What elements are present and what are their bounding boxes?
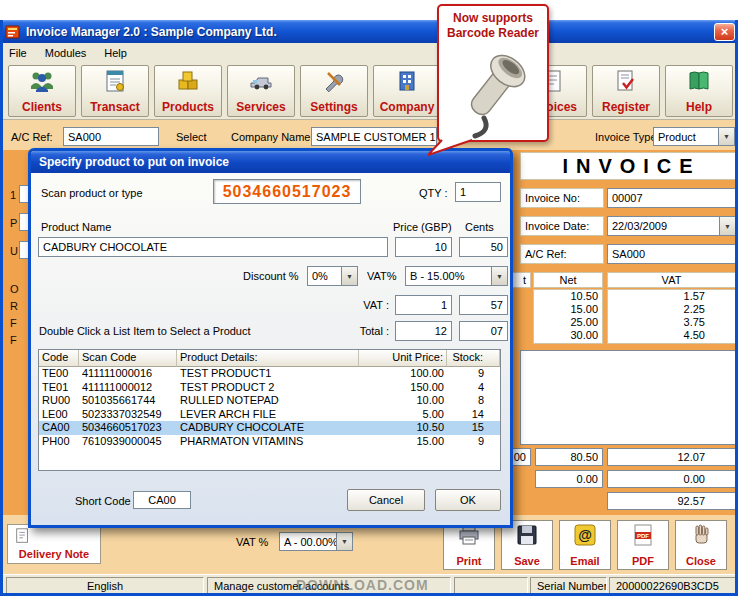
- vat-pounds-input[interactable]: 1: [395, 295, 452, 315]
- label-fragment: F: [10, 334, 17, 346]
- email-label: Email: [570, 555, 599, 567]
- price-label: Price (GBP): [393, 221, 452, 233]
- callout-line1: Now supports: [439, 11, 547, 25]
- cents-input[interactable]: 50: [459, 237, 508, 257]
- col-header-price[interactable]: Unit Price:: [359, 350, 447, 367]
- vat-bottom-label: VAT %: [236, 536, 268, 548]
- close-window-button[interactable]: ×: [714, 23, 735, 41]
- discount-label: Discount %: [243, 270, 299, 282]
- invoice-no-input[interactable]: 00007: [607, 188, 736, 208]
- callout-tail: [428, 139, 474, 156]
- email-button[interactable]: @ Email: [559, 520, 611, 570]
- status-message-panel: Manage customer accounts: [207, 577, 451, 595]
- toolbar-label-hidden: Company: [380, 100, 435, 114]
- total-pence-input[interactable]: 07: [459, 321, 508, 341]
- net-value: 25.00: [534, 316, 602, 329]
- toolbar-label-settings: Settings: [310, 100, 357, 114]
- toolbar-label-clients: Clients: [22, 100, 62, 114]
- invoice-items-listbox[interactable]: [520, 350, 736, 445]
- select-button[interactable]: Select: [176, 131, 207, 143]
- svg-text:@: @: [578, 527, 592, 543]
- chevron-down-icon: ▼: [719, 217, 735, 235]
- discount-combo[interactable]: 0% ▼: [307, 266, 358, 286]
- toolbar-label-register: Register: [602, 100, 650, 114]
- product-row[interactable]: TE01411111000012 TEST PRODUCT 2150.00 4: [39, 381, 500, 395]
- invoice-ac-ref-label: A/C Ref:: [520, 244, 604, 264]
- toolbar-button-register[interactable]: Register: [592, 65, 660, 117]
- toolbar-button-settings[interactable]: Settings: [300, 65, 368, 117]
- toolbar-button-products[interactable]: Products: [154, 65, 222, 117]
- close-button[interactable]: Close: [675, 520, 727, 570]
- product-list: Code Scan Code Product Details: Unit Pri…: [38, 349, 501, 471]
- col-header-code[interactable]: Code: [39, 350, 79, 367]
- barcode-scanner-image: [445, 40, 541, 140]
- serial-value-panel: 20000022690B3CD5: [609, 577, 737, 595]
- product-row[interactable]: LE005023337032549 LEVER ARCH FILE5.00 14: [39, 408, 500, 422]
- vat-total-2: 0.00: [607, 470, 736, 488]
- label-fragment: P: [10, 217, 17, 229]
- menu-file[interactable]: File: [9, 47, 27, 59]
- menu-modules[interactable]: Modules: [45, 47, 87, 59]
- toolbar-button-clients[interactable]: Clients: [8, 65, 76, 117]
- toolbar-button-transact[interactable]: Transact: [81, 65, 149, 117]
- ok-button[interactable]: OK: [435, 489, 501, 511]
- col-header-details[interactable]: Product Details:: [177, 350, 359, 367]
- col-header-scan[interactable]: Scan Code: [79, 350, 177, 367]
- invoice-date-combo[interactable]: 22/03/2009 ▼: [607, 216, 736, 236]
- invoice-type-combo[interactable]: Product ▼: [653, 127, 735, 146]
- print-label: Print: [456, 555, 481, 567]
- invoice-ac-ref-input[interactable]: SA000: [607, 244, 736, 264]
- vat-bottom-combo[interactable]: A - 00.00% ▼: [279, 532, 353, 551]
- serial-label-panel: Serial Number: [530, 577, 607, 595]
- pdf-button[interactable]: PDF PDF: [617, 520, 669, 570]
- product-row[interactable]: PH007610939000045 PHARMATON VITAMINS15.0…: [39, 435, 500, 449]
- scan-input[interactable]: 5034660517023: [213, 179, 361, 204]
- barcode-callout: Now supports Barcode Reader: [437, 4, 549, 142]
- menu-help[interactable]: Help: [104, 47, 127, 59]
- col-header-stock[interactable]: Stock:: [447, 350, 500, 367]
- ac-ref-input[interactable]: SA000: [63, 127, 159, 146]
- total-pounds-input[interactable]: 12: [395, 321, 452, 341]
- total-label: Total :: [327, 325, 389, 337]
- short-code-input[interactable]: CA00: [133, 491, 191, 509]
- delivery-note-label: Delivery Note: [19, 548, 89, 560]
- net-total: 80.50: [535, 448, 603, 466]
- vat-pct-label: VAT%: [367, 270, 397, 282]
- short-code-label: Short Code: [75, 495, 131, 507]
- cancel-button[interactable]: Cancel: [347, 489, 425, 511]
- services-icon: [249, 69, 273, 93]
- settings-icon: [322, 69, 346, 93]
- qty-input[interactable]: 1: [455, 182, 501, 202]
- discount-value: 0%: [308, 267, 341, 285]
- price-input[interactable]: 10: [395, 237, 452, 257]
- toolbar-button-company[interactable]: Company: [373, 65, 441, 117]
- vat-pct-value: B - 15.00%: [406, 267, 491, 285]
- chevron-down-icon: ▼: [718, 128, 734, 145]
- vat-pence-input[interactable]: 57: [459, 295, 508, 315]
- delivery-note-button[interactable]: Delivery Note: [7, 524, 101, 564]
- company-name-input[interactable]: SAMPLE CUSTOMER 1: [311, 127, 437, 146]
- toolbar: Clients Transact Products: [3, 62, 735, 120]
- app-screen: Invoice Manager 2.0 : Sample Company Ltd…: [0, 0, 738, 596]
- register-icon: [614, 69, 638, 93]
- label-fragment: U: [10, 245, 18, 257]
- toolbar-button-services[interactable]: Services: [227, 65, 295, 117]
- ac-ref-label: A/C Ref:: [11, 131, 53, 143]
- vat-column-header: VAT: [607, 272, 736, 288]
- clients-icon: [29, 69, 55, 93]
- label-fragment: F: [10, 317, 17, 329]
- toolbar-button-help[interactable]: Help: [665, 65, 733, 117]
- dialog-body: Scan product or type 5034660517023 QTY :…: [31, 173, 510, 525]
- hand-icon: [689, 523, 713, 547]
- product-row[interactable]: RU00501035661744 RULLED NOTEPAD10.00 8: [39, 394, 500, 408]
- product-row-selected[interactable]: CA005034660517023 CADBURY CHOCOLATE10.50…: [39, 421, 500, 435]
- invoice-no-label: Invoice No:: [520, 188, 604, 208]
- product-row[interactable]: TE00411111000016 TEST PRODUCT1100.00 9: [39, 367, 500, 381]
- product-name-input[interactable]: CADBURY CHOCOLATE: [38, 237, 388, 257]
- qty-label: QTY :: [419, 187, 448, 199]
- help-book-icon: [687, 69, 711, 93]
- empty-status-panel: [454, 577, 528, 595]
- net-value: 30.00: [534, 329, 602, 342]
- vat-pct-combo[interactable]: B - 15.00% ▼: [405, 266, 508, 286]
- title-bar: Invoice Manager 2.0 : Sample Company Ltd…: [0, 20, 738, 43]
